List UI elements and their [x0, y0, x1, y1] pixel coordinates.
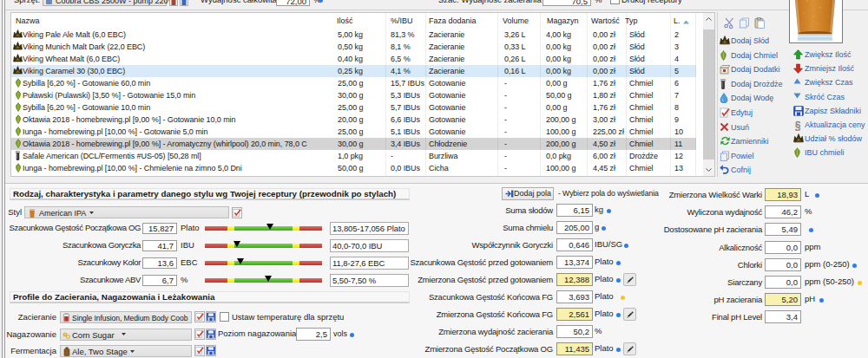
svg-text:§: §: [795, 120, 801, 131]
